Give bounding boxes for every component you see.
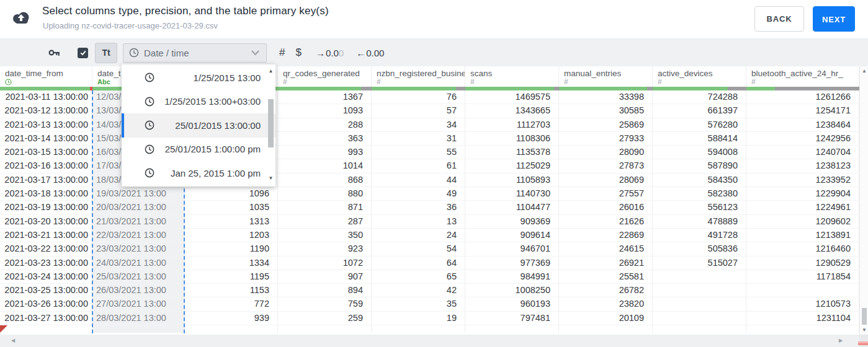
scroll-up-arrow[interactable]: ▲ <box>860 68 868 74</box>
column-header-active_devices[interactable]: active_devices# <box>653 66 746 87</box>
dropdown-scroll-thumb[interactable] <box>268 99 274 147</box>
table-cell[interactable] <box>653 297 746 310</box>
table-cell[interactable]: 2021-03-12 13:00:00 <box>0 104 92 117</box>
table-cell[interactable]: 44 <box>372 174 465 187</box>
table-cell[interactable]: 23/03/2021 13:00 <box>92 242 185 255</box>
table-cell[interactable]: 1112703 <box>465 118 559 131</box>
table-cell[interactable]: 26782 <box>559 284 653 297</box>
table-cell[interactable]: 1290529 <box>746 257 859 270</box>
table-cell[interactable]: 1153 <box>185 284 278 297</box>
table-cell[interactable]: 259 <box>278 312 372 325</box>
table-cell[interactable]: 64 <box>372 257 465 270</box>
date-format-option[interactable]: 25/01/2015 1:00:00 pm <box>122 138 275 162</box>
table-cell[interactable]: 1203 <box>185 229 278 242</box>
table-cell[interactable]: 350 <box>278 229 372 242</box>
table-cell[interactable] <box>92 325 185 333</box>
table-cell[interactable]: 923 <box>278 242 372 255</box>
table-cell[interactable] <box>653 270 746 283</box>
table-cell[interactable]: 61 <box>372 159 465 172</box>
table-cell[interactable]: 977369 <box>465 257 559 270</box>
text-type-button[interactable]: Tt <box>95 43 117 63</box>
table-cell[interactable]: 582380 <box>653 187 746 200</box>
table-cell[interactable] <box>278 325 372 333</box>
table-cell[interactable]: 871 <box>278 201 372 214</box>
table-cell[interactable]: 1096 <box>185 187 278 200</box>
table-cell[interactable]: 2021-03-15 13:00:00 <box>0 146 92 159</box>
table-cell[interactable]: 25/03/2021 13:00 <box>92 270 185 283</box>
table-cell[interactable]: 57 <box>372 104 465 117</box>
table-cell[interactable]: 2021-03-18 13:00:00 <box>0 187 92 200</box>
horizontal-scroll-thumb[interactable] <box>858 341 868 345</box>
column-header-date_time_from[interactable]: date_time_from <box>0 66 92 87</box>
table-cell[interactable]: 27933 <box>559 132 653 145</box>
table-cell[interactable]: 30585 <box>559 104 653 117</box>
table-cell[interactable]: 49 <box>372 187 465 200</box>
back-button[interactable]: BACK <box>754 6 804 32</box>
table-cell[interactable]: 31 <box>372 132 465 145</box>
table-cell[interactable]: 909614 <box>465 229 559 242</box>
table-cell[interactable]: 1135378 <box>465 146 559 159</box>
table-cell[interactable]: 907 <box>278 270 372 283</box>
table-cell[interactable]: 54 <box>372 242 465 255</box>
table-cell[interactable]: 960193 <box>465 297 559 310</box>
table-cell[interactable]: 505836 <box>653 242 746 255</box>
table-cell[interactable]: 2021-03-22 13:00:00 <box>0 242 92 255</box>
dropdown-scroll-up-arrow[interactable]: ▲ <box>267 68 275 74</box>
table-cell[interactable]: 594008 <box>653 146 746 159</box>
table-cell[interactable]: 2021-03-27 13:00:00 <box>0 312 92 325</box>
table-cell[interactable]: 1238464 <box>746 118 859 131</box>
table-cell[interactable]: 1014 <box>278 159 372 172</box>
date-format-option[interactable]: 25/01/2015 13:00:00 <box>122 113 275 138</box>
table-cell[interactable]: 363 <box>278 132 372 145</box>
table-cell[interactable]: 491728 <box>653 229 746 242</box>
table-cell[interactable]: 661397 <box>653 104 746 117</box>
table-cell[interactable]: 19/03/2021 13:00 <box>92 187 185 200</box>
table-cell[interactable]: 1171854 <box>746 270 859 283</box>
table-cell[interactable] <box>653 325 746 333</box>
table-cell[interactable]: 724288 <box>653 90 746 103</box>
table-cell[interactable]: 1233952 <box>746 174 859 187</box>
table-cell[interactable]: 1334 <box>185 257 278 270</box>
table-cell[interactable]: 1367 <box>278 90 372 103</box>
table-cell[interactable]: 1190 <box>185 242 278 255</box>
table-cell[interactable]: 984991 <box>465 270 559 283</box>
table-cell[interactable] <box>372 325 465 333</box>
table-cell[interactable]: 1008250 <box>465 284 559 297</box>
table-cell[interactable]: 515027 <box>653 257 746 270</box>
table-cell[interactable] <box>653 312 746 325</box>
table-cell[interactable] <box>465 325 559 333</box>
table-cell[interactable]: 2021-03-11 13:00:00 <box>0 90 92 103</box>
table-cell[interactable]: 22/03/2021 13:00 <box>92 229 185 242</box>
table-cell[interactable] <box>559 325 653 333</box>
table-cell[interactable]: 1213891 <box>746 229 859 242</box>
column-header-bluetooth_active_24_hr_[interactable]: bluetooth_active_24_hr_# <box>746 66 859 87</box>
table-cell[interactable]: 1254171 <box>746 104 859 117</box>
table-cell[interactable]: 1242956 <box>746 132 859 145</box>
table-cell[interactable]: 35 <box>372 297 465 310</box>
table-cell[interactable]: 1224961 <box>746 201 859 214</box>
dropdown-scroll-down-arrow[interactable]: ▼ <box>267 175 275 181</box>
table-cell[interactable]: 25869 <box>559 118 653 131</box>
currency-type-button[interactable]: $ <box>295 46 301 59</box>
table-cell[interactable]: 1229904 <box>746 187 859 200</box>
table-cell[interactable]: 894 <box>278 284 372 297</box>
table-cell[interactable]: 36 <box>372 201 465 214</box>
column-header-manual_entries[interactable]: manual_entries# <box>559 66 653 87</box>
table-cell[interactable]: 24 <box>372 229 465 242</box>
increase-decimal-button[interactable]: →0.00 <box>316 48 344 58</box>
table-cell[interactable]: 2021-03-20 13:00:00 <box>0 215 92 228</box>
table-cell[interactable] <box>0 325 92 333</box>
table-cell[interactable]: 24/03/2021 13:00 <box>92 257 185 270</box>
table-cell[interactable]: 2021-03-21 13:00:00 <box>0 229 92 242</box>
table-cell[interactable]: 26016 <box>559 201 653 214</box>
date-format-option[interactable]: 1/25/2015 13:00+03:00 <box>122 90 275 114</box>
table-cell[interactable]: 1469575 <box>465 90 559 103</box>
table-cell[interactable]: 2021-03-14 13:00:00 <box>0 132 92 145</box>
table-cell[interactable]: 759 <box>278 297 372 310</box>
table-cell[interactable]: 34 <box>372 118 465 131</box>
table-cell[interactable]: 28069 <box>559 174 653 187</box>
table-cell[interactable]: 1093 <box>278 104 372 117</box>
table-cell[interactable]: 1105893 <box>465 174 559 187</box>
table-cell[interactable]: 2021-03-17 13:00:00 <box>0 174 92 187</box>
column-header-scans[interactable]: scans# <box>465 66 559 87</box>
